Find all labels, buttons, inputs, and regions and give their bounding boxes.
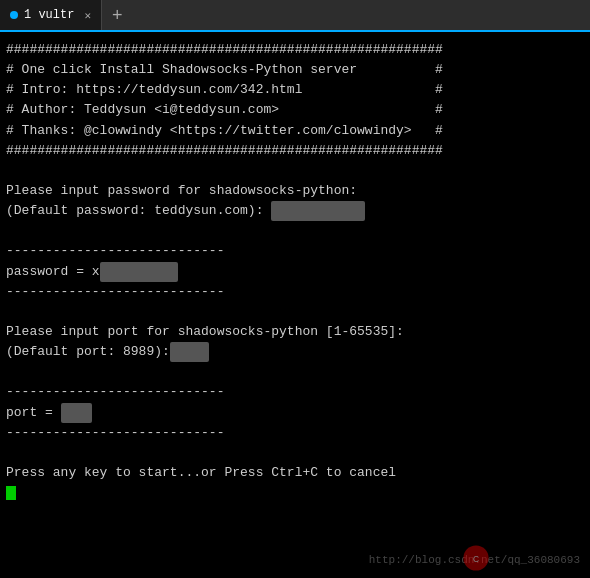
terminal-blank-4 <box>6 362 584 382</box>
terminal-line-3: # Intro: https://teddysun.com/342.html # <box>6 80 584 100</box>
tab-label: 1 vultr <box>24 8 74 22</box>
tab-dot <box>10 11 18 19</box>
terminal-press-line: Press any key to start...or Press Ctrl+C… <box>6 463 584 483</box>
tab-1-vultr[interactable]: 1 vultr ✕ <box>0 0 102 30</box>
terminal-separator-1: ---------------------------- <box>6 241 584 261</box>
terminal-line-4: # Author: Teddysun <i@teddysun.com> # <box>6 100 584 120</box>
csdn-logo: C <box>462 544 490 572</box>
terminal-blank-2 <box>6 221 584 241</box>
redacted-password-value <box>100 262 178 282</box>
terminal-cursor <box>6 486 16 500</box>
redacted-password <box>271 201 365 221</box>
terminal-line-9: Please input port for shadowsocks-python… <box>6 322 584 342</box>
redacted-port-value <box>61 403 92 423</box>
terminal-password-line: password = x <box>6 262 584 282</box>
terminal-blank-5 <box>6 443 584 463</box>
terminal-port-line: port = <box>6 403 584 423</box>
terminal-cursor-line <box>6 483 584 503</box>
svg-text:C: C <box>473 554 479 564</box>
terminal-window: ########################################… <box>0 32 590 578</box>
terminal-separator-2: ---------------------------- <box>6 282 584 302</box>
terminal-blank-3 <box>6 302 584 322</box>
terminal-line-6: ########################################… <box>6 141 584 161</box>
terminal-line-2: # One click Install Shadowsocks-Python s… <box>6 60 584 80</box>
new-tab-button[interactable]: + <box>102 0 133 30</box>
redacted-port-input <box>170 342 209 362</box>
terminal-line-1: ########################################… <box>6 40 584 60</box>
terminal-separator-3: ---------------------------- <box>6 382 584 402</box>
terminal-line-8: (Default password: teddysun.com): <box>6 201 584 221</box>
terminal-line-5: # Thanks: @clowwindy <https://twitter.co… <box>6 121 584 141</box>
terminal-line-10: (Default port: 8989): <box>6 342 584 362</box>
terminal-blank-1 <box>6 161 584 181</box>
tab-bar: 1 vultr ✕ + <box>0 0 590 32</box>
tab-close-button[interactable]: ✕ <box>84 9 91 22</box>
terminal-line-7: Please input password for shadowsocks-py… <box>6 181 584 201</box>
terminal-separator-4: ---------------------------- <box>6 423 584 443</box>
